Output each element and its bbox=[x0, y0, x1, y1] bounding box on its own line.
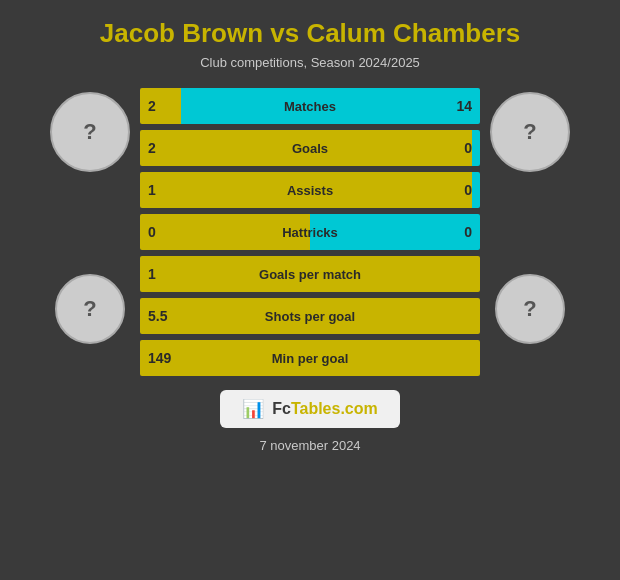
stat-row-hattricks: 0 0 Hattricks bbox=[140, 214, 480, 250]
date-label: 7 november 2024 bbox=[259, 438, 360, 453]
stat-row-goals: 2 0 Goals bbox=[140, 130, 480, 166]
goals-label: Goals bbox=[292, 141, 328, 156]
logo-section: 📊 FcTables.com bbox=[220, 390, 400, 428]
stat-row-assists: 1 0 Assists bbox=[140, 172, 480, 208]
left-avatar-top-icon: ? bbox=[83, 119, 96, 145]
logo-text-light: Tables.com bbox=[291, 400, 378, 417]
right-avatar-top-icon: ? bbox=[523, 119, 536, 145]
assists-right-value: 0 bbox=[472, 172, 480, 208]
gpm-label: Goals per match bbox=[259, 267, 361, 282]
logo-text: FcTables.com bbox=[272, 400, 378, 418]
goals-right-value: 0 bbox=[472, 130, 480, 166]
right-player-avatar-bottom: ? bbox=[495, 274, 565, 344]
page-title: Jacob Brown vs Calum Chambers bbox=[100, 18, 520, 49]
mpg-label: Min per goal bbox=[272, 351, 349, 366]
logo-chart-icon: 📊 bbox=[242, 398, 264, 420]
left-player-avatar-bottom: ? bbox=[55, 274, 125, 344]
stat-row-matches: 2 14 Matches bbox=[140, 88, 480, 124]
left-player-col: ? ? bbox=[50, 88, 130, 344]
stat-row-spg: 5.5 Shots per goal bbox=[140, 298, 480, 334]
left-player-avatar-top: ? bbox=[50, 92, 130, 172]
left-avatar-bottom-icon: ? bbox=[83, 296, 96, 322]
spg-label: Shots per goal bbox=[265, 309, 355, 324]
right-player-col: ? ? bbox=[490, 88, 570, 344]
page-subtitle: Club competitions, Season 2024/2025 bbox=[200, 55, 420, 70]
right-avatar-bottom-icon: ? bbox=[523, 296, 536, 322]
stats-bars-col: 2 14 Matches 2 0 Goals 1 0 Assists bbox=[130, 88, 490, 376]
logo-text-dark: Fc bbox=[272, 400, 291, 417]
right-player-avatar-top: ? bbox=[490, 92, 570, 172]
matches-label: Matches bbox=[284, 99, 336, 114]
assists-label: Assists bbox=[287, 183, 333, 198]
stat-row-mpg: 149 Min per goal bbox=[140, 340, 480, 376]
stat-row-gpm: 1 Goals per match bbox=[140, 256, 480, 292]
hattricks-label: Hattricks bbox=[282, 225, 338, 240]
matches-left-value: 2 bbox=[140, 88, 181, 124]
